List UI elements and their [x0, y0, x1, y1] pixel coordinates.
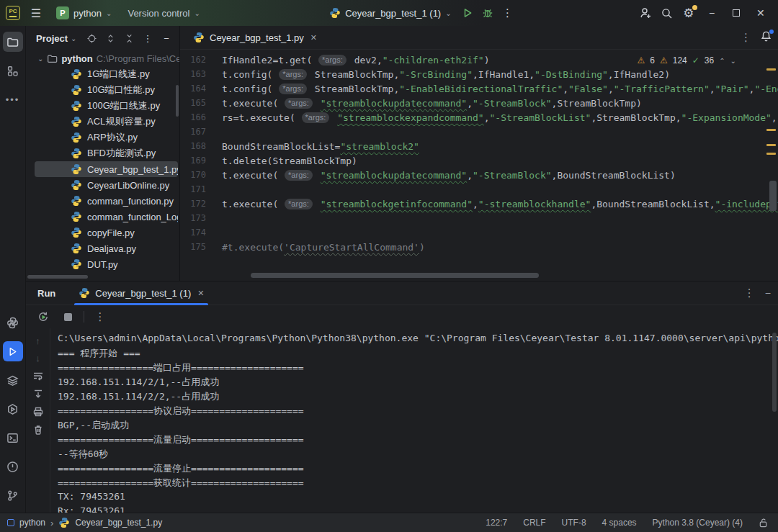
line-number[interactable]: 164: [180, 84, 222, 94]
code-line[interactable]: 170t.execute( *args: "streamblockupdatec…: [180, 168, 778, 182]
version-control-selector[interactable]: Version control ⌄: [123, 6, 204, 21]
line-number[interactable]: 167: [180, 127, 222, 137]
run-config-selector[interactable]: Ceyear_bgp_test_1 (1) ⌄: [325, 5, 455, 21]
code-line[interactable]: 174: [180, 225, 778, 240]
print-button[interactable]: [32, 406, 44, 418]
tool-version-control-button[interactable]: [3, 485, 23, 505]
indent-style[interactable]: 4 spaces: [602, 518, 637, 528]
unlock-icon[interactable]: [759, 518, 768, 528]
locate-file-button[interactable]: [83, 30, 100, 47]
tree-item[interactable]: CeyearLibOnline.py: [35, 177, 178, 193]
tree-item[interactable]: DUT.py: [35, 256, 178, 272]
console-output[interactable]: C:\Users\admin\AppData\Local\Programs\Py…: [50, 328, 778, 513]
code-line[interactable]: 168BoundStreamBlockList="streamblock2": [180, 139, 778, 153]
line-number[interactable]: 166: [180, 112, 222, 122]
tree-item[interactable]: copyFile.py: [35, 225, 178, 240]
run-button[interactable]: [459, 4, 476, 22]
close-tab-icon[interactable]: ✕: [197, 289, 204, 298]
run-options-button[interactable]: ⋮: [744, 287, 755, 299]
warning-stripe-mark[interactable]: [766, 68, 776, 71]
warning-stripe-mark[interactable]: [766, 129, 776, 131]
line-number[interactable]: 170: [180, 170, 222, 180]
tool-more-button[interactable]: •••: [3, 89, 23, 109]
code-line[interactable]: 172t.execute( *args: "streamblockgetinfo…: [180, 197, 778, 211]
tool-services-button[interactable]: [3, 370, 23, 390]
more-actions-button[interactable]: ⋮: [499, 4, 517, 22]
editor-vertical-scrollbar[interactable]: [769, 181, 777, 211]
hide-run-button[interactable]: −: [765, 287, 771, 299]
code-line[interactable]: 166rs=t.execute( *args: "streamblockexpa…: [180, 110, 778, 125]
clear-console-button[interactable]: [32, 424, 44, 436]
tree-item[interactable]: 100G端口线速.py: [35, 98, 178, 114]
close-button[interactable]: ✕: [751, 4, 771, 22]
code-line[interactable]: 164t.config( *args: StreamBlockTmp,"-Ena…: [180, 81, 778, 96]
down-stacktrace-button[interactable]: ↓: [35, 353, 40, 364]
next-problem-icon[interactable]: ⌄: [730, 57, 736, 65]
warning-stripe-mark[interactable]: [766, 144, 776, 146]
chevron-down-icon[interactable]: ⌄: [71, 35, 76, 42]
code-line[interactable]: 173: [180, 211, 778, 225]
tree-item[interactable]: comman_function_Login.py: [35, 209, 178, 225]
line-number[interactable]: 163: [180, 69, 222, 79]
line-number[interactable]: 175: [180, 242, 222, 252]
debug-button[interactable]: [479, 4, 496, 22]
editor-horizontal-scrollbar[interactable]: [251, 273, 539, 278]
tool-problems-button[interactable]: [3, 456, 23, 477]
breadcrumb[interactable]: python › Ceyear_bgp_test_1.py: [7, 517, 162, 528]
tool-run-button[interactable]: [3, 341, 23, 361]
line-number[interactable]: 173: [180, 213, 222, 223]
project-horizontal-scrollbar[interactable]: [27, 275, 88, 279]
tool-python-console-button[interactable]: [3, 312, 23, 333]
minimize-button[interactable]: −: [702, 4, 722, 22]
scroll-to-end-button[interactable]: [32, 388, 44, 400]
tree-item[interactable]: Ceyear_bgp_test_1.py: [35, 161, 178, 177]
line-number[interactable]: 162: [180, 55, 222, 65]
code-with-me-button[interactable]: [637, 4, 654, 22]
file-encoding[interactable]: UTF-8: [562, 518, 586, 528]
editor-tab[interactable]: Ceyear_bgp_test_1.py ✕: [190, 26, 320, 49]
run-more-button[interactable]: ⋮: [91, 308, 109, 325]
project-options-button[interactable]: ⋮: [139, 30, 156, 47]
code-line[interactable]: 169t.delete(StreamBlockTmp): [180, 153, 778, 168]
notifications-button[interactable]: [760, 30, 772, 45]
caret-position[interactable]: 122:7: [486, 518, 507, 528]
tool-terminal-button[interactable]: [3, 428, 23, 448]
maximize-button[interactable]: [726, 4, 746, 22]
line-number[interactable]: 165: [180, 98, 222, 108]
tree-item[interactable]: comman_function.py: [35, 193, 178, 209]
hide-project-button[interactable]: −: [158, 30, 175, 47]
breadcrumb-file[interactable]: Ceyear_bgp_test_1.py: [75, 518, 162, 528]
search-everywhere-button[interactable]: [658, 4, 676, 22]
expand-all-button[interactable]: [102, 30, 119, 47]
stop-button[interactable]: [59, 308, 76, 325]
rerun-button[interactable]: [35, 308, 52, 325]
line-number[interactable]: 174: [180, 227, 222, 238]
close-tab-icon[interactable]: ✕: [310, 33, 317, 42]
soft-wrap-button[interactable]: [32, 370, 44, 382]
project-vertical-scrollbar[interactable]: [176, 85, 179, 117]
code-line[interactable]: 171: [180, 182, 778, 197]
tree-item[interactable]: ACL规则容量.py: [35, 114, 178, 130]
python-interpreter[interactable]: Python 3.8 (Ceyear) (4): [653, 518, 743, 528]
tree-item[interactable]: 1G端口线速.py: [35, 66, 178, 82]
tree-item[interactable]: ARP协议.py: [35, 130, 178, 145]
tree-root-python[interactable]: ⌄ python C:\Program Files\Ce: [26, 50, 179, 66]
code-line[interactable]: 175#t.execute('CaptureStartAllCommand'): [180, 240, 778, 254]
line-number[interactable]: 172: [180, 199, 222, 209]
collapse-all-button[interactable]: [120, 30, 138, 47]
line-number[interactable]: 169: [180, 155, 222, 166]
code-line[interactable]: 163t.config( *args: StreamBlockTmp,"-Src…: [180, 67, 778, 81]
line-number[interactable]: 171: [180, 184, 222, 194]
tree-item[interactable]: 10G端口性能.py: [35, 82, 178, 98]
warning-stripe-mark[interactable]: [766, 153, 776, 155]
line-number[interactable]: 168: [180, 141, 222, 151]
breadcrumb-root[interactable]: python: [19, 518, 45, 528]
tree-item[interactable]: BFD功能测试.py: [35, 145, 178, 161]
tree-item[interactable]: Dealjava.py: [35, 240, 178, 256]
line-separator[interactable]: CRLF: [523, 518, 545, 528]
code-line[interactable]: 165t.execute( *args: "streamblockupdatec…: [180, 96, 778, 110]
editor-options-button[interactable]: ⋮: [741, 31, 751, 44]
code-line[interactable]: 167: [180, 125, 778, 139]
console-vertical-scrollbar[interactable]: [772, 333, 777, 412]
inspections-widget[interactable]: ⚠ 6 ⚠ 124 ✓ 36 ⌃ ⌄: [638, 55, 736, 66]
